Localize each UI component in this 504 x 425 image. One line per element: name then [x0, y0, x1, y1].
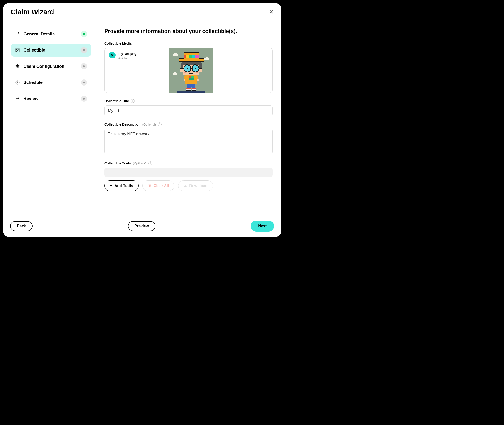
step-collectible[interactable]: Collectible [11, 44, 91, 57]
step-label: Claim Configuration [24, 64, 78, 69]
svg-rect-39 [196, 72, 198, 73]
claim-wizard-modal: Claim Wizard ✕ General Details Collectib… [3, 3, 281, 237]
svg-rect-57 [192, 90, 196, 91]
svg-rect-22 [189, 55, 192, 58]
svg-rect-32 [199, 68, 202, 69]
remove-file-button[interactable]: ✕ [109, 52, 116, 59]
content-heading: Provide more information about your coll… [104, 28, 273, 34]
add-traits-button[interactable]: + Add Traits [104, 180, 139, 191]
traits-empty-box [104, 168, 273, 177]
svg-rect-31 [180, 68, 183, 69]
download-button[interactable]: Download [178, 180, 213, 191]
status-dot-current [81, 47, 87, 53]
svg-rect-8 [173, 54, 178, 56]
image-icon [15, 48, 20, 53]
media-label: Collectible Media [104, 42, 273, 45]
media-box: ✕ my_art.png 272 KB [104, 48, 273, 93]
media-field: Collectible Media ✕ my_art.png 272 KB [104, 42, 273, 93]
svg-rect-43 [195, 76, 198, 80]
svg-point-37 [195, 68, 196, 69]
flag-icon [15, 96, 20, 101]
svg-rect-44 [189, 76, 191, 79]
step-schedule[interactable]: Schedule [11, 76, 91, 89]
svg-rect-23 [192, 55, 195, 58]
help-icon[interactable]: ? [158, 122, 162, 126]
svg-rect-26 [181, 63, 183, 68]
status-dot-pending [81, 80, 87, 86]
svg-rect-35 [190, 68, 192, 69]
close-icon: ✕ [111, 53, 114, 58]
title-field: Collectible Title ? [104, 99, 273, 116]
media-dropzone[interactable] [213, 48, 272, 93]
svg-rect-50 [187, 84, 191, 88]
svg-rect-42 [185, 76, 187, 80]
file-name: my_art.png [118, 52, 136, 56]
svg-rect-19 [184, 52, 199, 53]
clear-all-button[interactable]: Clear All [142, 180, 174, 191]
modal-header: Claim Wizard ✕ [3, 3, 281, 21]
svg-rect-9 [174, 53, 177, 54]
step-claim-configuration[interactable]: Claim Configuration [11, 60, 91, 73]
title-label: Collectible Title ? [104, 99, 273, 103]
collectible-description-input[interactable] [104, 129, 273, 154]
step-label: Schedule [24, 80, 78, 85]
file-chip: ✕ my_art.png 272 KB [105, 48, 169, 93]
next-button[interactable]: Next [251, 221, 274, 232]
svg-rect-21 [186, 55, 189, 58]
file-size: 272 KB [118, 56, 136, 60]
description-label: Collectible Description (Optional) ? [104, 122, 273, 126]
svg-rect-47 [184, 80, 186, 81]
collectible-title-input[interactable] [104, 105, 273, 116]
status-dot-pending [81, 63, 87, 69]
help-icon[interactable]: ? [131, 99, 135, 103]
modal-title: Claim Wizard [11, 8, 54, 16]
plus-icon: + [110, 183, 113, 188]
media-preview [169, 48, 213, 93]
modal-body: General Details Collectible Claim Config… [3, 21, 281, 215]
close-icon[interactable]: ✕ [269, 9, 274, 15]
download-icon [184, 184, 187, 188]
svg-rect-46 [189, 79, 193, 80]
svg-rect-48 [197, 80, 199, 81]
svg-rect-20 [184, 55, 186, 58]
trash-icon [148, 184, 152, 188]
wizard-sidebar: General Details Collectible Claim Config… [11, 21, 96, 215]
description-field: Collectible Description (Optional) ? [104, 122, 273, 155]
svg-rect-13 [174, 72, 176, 73]
traits-label: Collectible Traits (Optional) ? [104, 161, 273, 165]
svg-rect-10 [205, 58, 209, 60]
svg-rect-54 [186, 88, 191, 89]
help-icon[interactable]: ? [148, 161, 152, 165]
layers-icon [15, 64, 20, 69]
step-label: Review [24, 96, 78, 101]
traits-field: Collectible Traits (Optional) ? + Add Tr… [104, 161, 273, 191]
svg-rect-11 [206, 57, 208, 58]
back-button[interactable]: Back [10, 221, 33, 231]
svg-rect-14 [177, 91, 206, 93]
step-label: General Details [24, 32, 78, 37]
step-general-details[interactable]: General Details [11, 27, 91, 40]
preview-button[interactable]: Preview [128, 221, 155, 231]
svg-rect-24 [195, 55, 199, 58]
step-label: Collectible [24, 48, 78, 53]
modal-footer: Back Preview Next [3, 215, 281, 237]
document-icon [15, 32, 20, 36]
status-dot-pending [81, 96, 87, 102]
svg-rect-40 [189, 73, 193, 74]
svg-rect-51 [192, 84, 195, 88]
svg-rect-56 [186, 90, 191, 91]
status-dot-done [81, 31, 87, 37]
svg-rect-45 [191, 76, 193, 79]
svg-point-36 [187, 68, 188, 69]
traits-actions: + Add Traits Clear All Download [104, 180, 273, 191]
svg-rect-27 [199, 63, 202, 68]
svg-point-3 [17, 49, 17, 50]
wizard-content: Provide more information about your coll… [96, 21, 281, 215]
svg-rect-55 [192, 88, 196, 89]
svg-rect-12 [172, 73, 177, 75]
clock-icon [15, 80, 20, 85]
svg-rect-38 [184, 72, 186, 73]
step-review[interactable]: Review [11, 92, 91, 105]
